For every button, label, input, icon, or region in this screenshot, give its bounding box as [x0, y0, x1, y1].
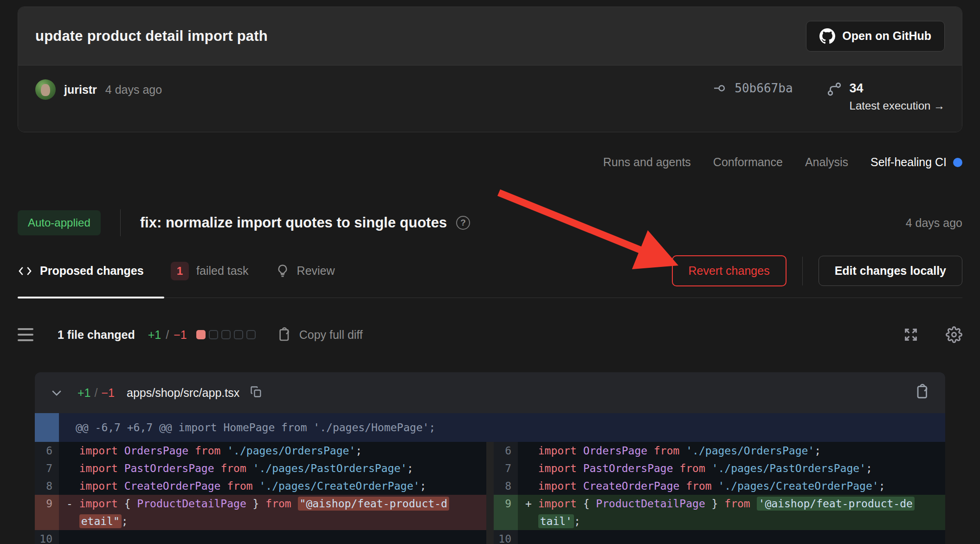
- diff-line: 7 import PastOrdersPage from './pages/Pa…: [35, 460, 486, 477]
- line-number: 10: [35, 530, 59, 544]
- gear-icon[interactable]: [946, 326, 962, 343]
- line-number: 8: [35, 477, 59, 495]
- lightbulb-icon: [276, 264, 290, 278]
- execution-group: 34 Latest execution →: [826, 81, 945, 112]
- clipboard-icon: [277, 327, 292, 342]
- code-line: import OrdersPage from './pages/OrdersPa…: [59, 442, 486, 460]
- page-title: update product detail import path: [35, 28, 268, 45]
- code-icon: [18, 264, 32, 278]
- diff-line: 8 import CreateOrderPage from './pages/C…: [35, 477, 486, 495]
- branch-icon: [826, 81, 842, 97]
- fix-header-row: Auto-applied fix: normalize import quote…: [18, 209, 962, 237]
- code-line: import PastOrdersPage from './pages/Past…: [518, 460, 945, 477]
- commit-card-body: juristr 4 days ago 50b667ba 34 Latest ex…: [18, 65, 962, 132]
- commit-time: 4 days ago: [105, 83, 162, 97]
- diff-line: 9- import { ProductDetailPage } from "@a…: [35, 495, 486, 530]
- tabs-row: Proposed changes 1 failed task Review Re…: [18, 255, 962, 298]
- fix-time: 4 days ago: [906, 216, 962, 230]
- avatar[interactable]: [35, 79, 56, 100]
- active-tab-underline: [18, 297, 164, 298]
- file-header: +1/−1 apps/shop/src/app.tsx: [35, 372, 945, 413]
- deletions-count: −1: [174, 328, 187, 342]
- help-icon[interactable]: ?: [456, 216, 470, 230]
- edit-changes-locally-button[interactable]: Edit changes locally: [819, 256, 962, 286]
- hunk-text: @@ -6,7 +6,7 @@ import HomePage from './…: [59, 413, 435, 442]
- line-number: 6: [35, 442, 59, 460]
- page: update product detail import path Open o…: [0, 0, 980, 544]
- code-line: - import { ProductDetailPage } from "@ai…: [59, 495, 486, 530]
- revert-changes-button[interactable]: Revert changes: [672, 255, 787, 286]
- code-line: import CreateOrderPage from './pages/Cre…: [59, 477, 486, 495]
- commit-card: update product detail import path Open o…: [18, 6, 962, 132]
- github-icon: [819, 28, 835, 44]
- files-changed-label: 1 file changed: [58, 328, 135, 342]
- code-line: [518, 530, 945, 544]
- author-row: juristr 4 days ago: [35, 79, 162, 100]
- file-list-menu-icon[interactable]: [18, 328, 33, 341]
- commit-hash[interactable]: 50b667ba: [714, 81, 793, 95]
- copy-full-diff-button[interactable]: Copy full diff: [277, 327, 363, 342]
- commit-icon: [714, 81, 728, 95]
- file-path: apps/shop/src/app.tsx: [127, 386, 239, 400]
- diff-toolbar: 1 file changed +1 / −1 Copy full diff: [18, 321, 962, 348]
- additions-count: +1: [148, 328, 161, 342]
- divider: [802, 257, 803, 285]
- diff-panes: 6 import OrdersPage from './pages/Orders…: [35, 442, 945, 544]
- nav-item-runs-and-agents[interactable]: Runs and agents: [603, 155, 691, 169]
- auto-applied-badge: Auto-applied: [18, 210, 101, 235]
- execution-count: 34: [850, 81, 945, 96]
- code-line: [59, 530, 486, 544]
- action-buttons: Revert changes Edit changes locally: [672, 255, 962, 286]
- line-number: 7: [35, 460, 59, 477]
- diff-line: 7 import PastOrdersPage from './pages/Pa…: [494, 460, 945, 477]
- diff-line: 10: [494, 530, 945, 544]
- open-on-github-label: Open on GitHub: [842, 29, 931, 43]
- diff-line: 8 import CreateOrderPage from './pages/C…: [494, 477, 945, 495]
- code-line: + import { ProductDetailPage } from '@ai…: [518, 495, 945, 530]
- nav-item-analysis[interactable]: Analysis: [805, 155, 848, 169]
- diff-pane-right: 6 import OrdersPage from './pages/Orders…: [494, 442, 945, 544]
- line-number: 7: [494, 460, 518, 477]
- code-line: import CreateOrderPage from './pages/Cre…: [518, 477, 945, 495]
- hunk-gutter-block: [35, 413, 59, 442]
- latest-execution-link[interactable]: Latest execution →: [850, 99, 945, 112]
- nav-item-self-healing-ci[interactable]: Self-healing CI: [870, 155, 962, 169]
- diff-stat-blocks: [196, 330, 256, 339]
- open-on-github-button[interactable]: Open on GitHub: [806, 21, 945, 52]
- tab-proposed-changes[interactable]: Proposed changes: [18, 264, 144, 278]
- diff-line: 6 import OrdersPage from './pages/Orders…: [494, 442, 945, 460]
- diff-pane-left: 6 import OrdersPage from './pages/Orders…: [35, 442, 486, 544]
- diff-line: 6 import OrdersPage from './pages/Orders…: [35, 442, 486, 460]
- top-nav: Runs and agents Conformance Analysis Sel…: [18, 155, 962, 169]
- diff-line: 10: [35, 530, 486, 544]
- commit-meta: 50b667ba 34 Latest execution →: [714, 79, 945, 112]
- copy-path-icon[interactable]: [250, 385, 263, 400]
- line-number: 6: [494, 442, 518, 460]
- copy-file-diff-icon[interactable]: [915, 384, 930, 402]
- diff-line: 9+ import { ProductDetailPage } from '@a…: [494, 495, 945, 530]
- diff-toolbar-right: [903, 326, 962, 343]
- line-number: 8: [494, 477, 518, 495]
- hunk-header: @@ -6,7 +6,7 @@ import HomePage from './…: [35, 413, 945, 442]
- code-line: import OrdersPage from './pages/OrdersPa…: [518, 442, 945, 460]
- line-number: 10: [494, 530, 518, 544]
- notification-dot: [953, 158, 962, 167]
- diff-card: +1/−1 apps/shop/src/app.tsx @@ -6,7 +6,7…: [35, 372, 945, 544]
- divider: [120, 209, 121, 236]
- line-number: 9: [494, 495, 518, 530]
- tab-review[interactable]: Review: [276, 264, 335, 278]
- code-line: import PastOrdersPage from './pages/Past…: [59, 460, 486, 477]
- file-diff-counts: +1/−1: [77, 386, 115, 400]
- tab-failed-task[interactable]: 1 failed task: [171, 262, 249, 280]
- expand-icon[interactable]: [903, 327, 919, 343]
- chevron-down-icon[interactable]: [50, 386, 64, 400]
- fix-title: fix: normalize import quotes to single q…: [140, 214, 447, 231]
- author-name[interactable]: juristr: [64, 83, 97, 97]
- line-number: 9: [35, 495, 59, 530]
- nav-item-conformance[interactable]: Conformance: [713, 155, 783, 169]
- failed-count-badge: 1: [171, 262, 189, 280]
- commit-card-header: update product detail import path Open o…: [18, 7, 962, 65]
